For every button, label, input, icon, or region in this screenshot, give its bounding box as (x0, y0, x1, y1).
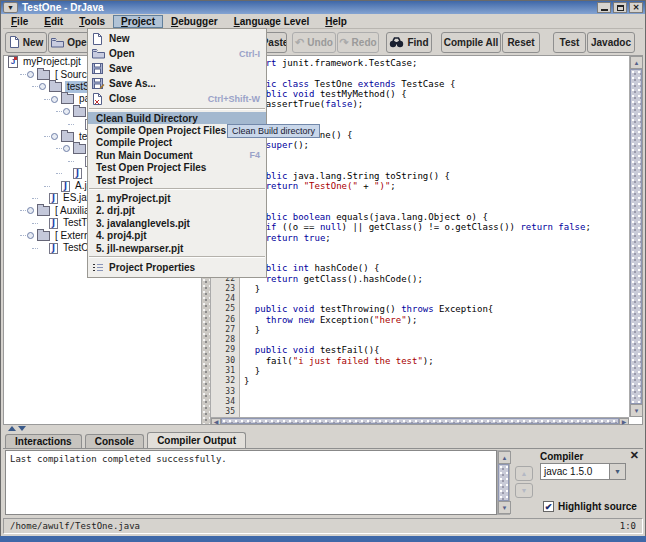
compiler-output-box[interactable]: Last compilation completed successfully. (5, 450, 497, 515)
expand-knob-icon[interactable] (39, 83, 46, 90)
folder-icon (73, 107, 86, 117)
menu-help[interactable]: Help (317, 15, 355, 28)
redo-button[interactable]: ↷Redo (337, 32, 379, 53)
menu-item-4-proj4-pjt[interactable]: 4. proj4.pjt (88, 230, 266, 242)
code-line: } (244, 109, 629, 119)
code-line (244, 161, 629, 171)
prev-error-button[interactable]: ▲ (515, 466, 533, 481)
tab-interactions[interactable]: Interactions (5, 434, 82, 448)
tab-console[interactable]: Console (85, 434, 144, 448)
menu-item-3-javalanglevels-pjt[interactable]: 3. javalanglevels.pjt (88, 217, 266, 229)
tree-guide-line (56, 111, 62, 112)
code-line (244, 253, 629, 263)
minimize-button[interactable] (597, 2, 611, 13)
line-number: 35 (211, 407, 235, 417)
close-panel-icon[interactable]: ✕ (630, 449, 639, 462)
window-menu-icon[interactable]: ▼ (3, 2, 18, 13)
scrollbar-thumb[interactable] (221, 418, 619, 424)
menu-item-project-properties[interactable]: Project Properties (88, 260, 266, 275)
tree-guide-line (44, 186, 50, 187)
menu-separator (89, 108, 265, 110)
test-button[interactable]: Test (553, 32, 586, 53)
expand-knob-icon[interactable] (51, 133, 58, 140)
new-icon (9, 36, 20, 48)
code-editor[interactable]: import junit.framework.TestCase; public … (240, 56, 629, 417)
menu-item-test-open-project-files[interactable]: Test Open Project Files (88, 162, 266, 174)
menu-debugger[interactable]: Debugger (163, 15, 226, 28)
menu-item-open[interactable]: OpenCtrl-I (88, 46, 266, 61)
code-line: public void testFail(){ (244, 345, 629, 355)
editor-vertical-scrollbar[interactable]: ▲ ▼ (629, 56, 642, 417)
output-vertical-scrollbar[interactable]: ▲ ▼ (497, 450, 510, 515)
expand-knob-icon[interactable] (63, 145, 70, 152)
scroll-down-icon[interactable]: ▼ (498, 501, 511, 514)
window-title: TestOne - DrJava (22, 2, 104, 13)
menu-item-5-jll-newparser-pjt[interactable]: 5. jll-newparser.pjt (88, 242, 266, 254)
line-number: 23 (211, 284, 235, 294)
reset-button[interactable]: Reset (502, 32, 540, 53)
expand-knob-icon[interactable] (51, 96, 58, 103)
code-line: } (244, 191, 629, 201)
collapse-down-icon[interactable] (18, 426, 26, 431)
menu-item-1-myproject-pjt[interactable]: 1. myProject.pjt (88, 192, 266, 204)
menu-edit[interactable]: Edit (36, 15, 71, 28)
tab-compiler-output[interactable]: Compiler Output (147, 432, 246, 448)
project-icon: J (8, 56, 18, 68)
chevron-down-icon[interactable]: ▼ (609, 464, 625, 479)
scroll-up-icon[interactable]: ▲ (630, 56, 643, 69)
menu-item-run-main-document[interactable]: Run Main DocumentF4 (88, 149, 266, 161)
collapse-up-icon[interactable] (8, 426, 16, 431)
next-error-button[interactable]: ▼ (515, 483, 533, 498)
menu-item-2-drj-pjt[interactable]: 2. drj.pjt (88, 205, 266, 217)
scroll-left-icon[interactable]: ◀ (211, 418, 221, 425)
menu-language-level[interactable]: Language Level (226, 15, 318, 28)
menu-item-test-project[interactable]: Test Project (88, 174, 266, 186)
menu-item-close[interactable]: CloseCtrl+Shift-W (88, 91, 266, 106)
highlight-source-option[interactable]: ✔ Highlight source (543, 501, 637, 512)
scrollbar-thumb[interactable] (498, 464, 509, 501)
menu-item-compile-project[interactable]: Compile Project (88, 137, 266, 149)
menu-item-save-as-[interactable]: Save As... (88, 76, 266, 91)
menu-item-label: Clean Build Directory (96, 113, 198, 124)
expand-knob-icon[interactable] (27, 232, 34, 239)
folder-icon (37, 70, 50, 80)
find-button[interactable]: Find (386, 32, 432, 53)
scroll-right-icon[interactable]: ▶ (619, 418, 629, 425)
new-icon (92, 33, 103, 45)
folder-icon (61, 132, 74, 142)
compile-all-button[interactable]: Compile All (441, 32, 501, 53)
expand-knob-icon[interactable] (63, 108, 70, 115)
editor-horizontal-scrollbar[interactable]: ◀ ▶ (211, 417, 629, 424)
expand-knob-icon[interactable] (27, 71, 34, 78)
menu-project[interactable]: Project (113, 15, 163, 28)
menu-item-new[interactable]: New (88, 31, 266, 46)
menu-item-clean-build-directory[interactable]: Clean Build Directory (88, 112, 266, 124)
menu-item-label: 2. drj.pjt (96, 205, 135, 216)
menu-tools[interactable]: Tools (71, 15, 113, 28)
highlight-source-checkbox[interactable]: ✔ (543, 501, 554, 512)
compiler-panel-title: Compiler (540, 451, 583, 462)
maximize-button[interactable] (613, 2, 627, 13)
close-button[interactable]: ✕ (629, 2, 643, 13)
scroll-up-icon[interactable]: ▲ (498, 451, 511, 464)
compiler-select[interactable]: javac 1.5.0 ▼ (540, 463, 626, 480)
tree-guide-line (32, 198, 38, 199)
code-line: } (244, 150, 629, 160)
scrollbar-thumb[interactable] (630, 69, 642, 404)
expand-knob-icon[interactable] (27, 207, 34, 214)
new-button[interactable]: New (5, 32, 47, 53)
menu-item-label: 4. proj4.pjt (96, 230, 147, 241)
javadoc-button[interactable]: Javadoc (587, 32, 635, 53)
title-bar: ▼ TestOne - DrJava ✕ (1, 1, 645, 14)
highlight-source-label: Highlight source (558, 501, 637, 512)
horizontal-splitter[interactable] (3, 425, 643, 432)
code-line (244, 397, 629, 407)
menu-item-label: Compile Project (96, 137, 172, 148)
undo-button[interactable]: ↶Undo (292, 32, 336, 53)
code-line: public java.lang.String toString() { (244, 171, 629, 181)
menu-item-save[interactable]: Save (88, 61, 266, 76)
menu-file[interactable]: File (3, 15, 36, 28)
minimize-icon (601, 9, 608, 11)
scroll-down-icon[interactable]: ▼ (630, 404, 643, 417)
line-number: 29 (211, 345, 235, 355)
